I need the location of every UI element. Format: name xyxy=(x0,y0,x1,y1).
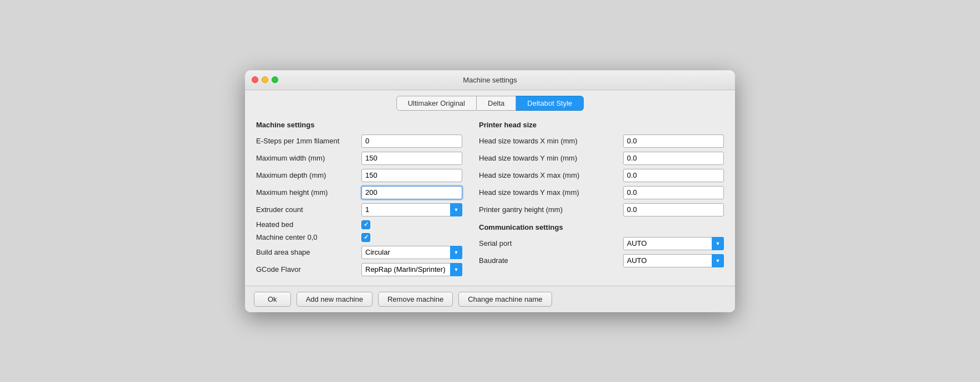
head-x-min-label: Head size towards X min (mm) xyxy=(479,137,623,145)
head-y-min-row: Head size towards Y min (mm) xyxy=(479,152,724,165)
build-area-shape-row: Build area shape Circular Square Rectang… xyxy=(256,246,462,259)
gcode-flavor-row: GCode Flavor RepRap (Marlin/Sprinter) Ul… xyxy=(256,263,462,276)
minimize-button[interactable] xyxy=(262,76,268,83)
traffic-lights xyxy=(252,76,278,83)
max-width-label: Maximum width (mm) xyxy=(256,154,361,162)
tab-ultimaker-original[interactable]: Ultimaker Original xyxy=(396,96,477,111)
extruder-count-row: Extruder count 1 2 3 4 xyxy=(256,203,462,216)
head-x-max-row: Head size towards X max (mm) xyxy=(479,169,724,182)
tabs-bar: Ultimaker Original Delta Deltabot Style xyxy=(245,90,735,115)
heated-bed-checkbox-wrapper xyxy=(361,220,370,229)
maximize-button[interactable] xyxy=(272,76,278,83)
extruder-count-select-wrapper: 1 2 3 4 xyxy=(361,203,462,216)
tab-delta[interactable]: Delta xyxy=(477,96,516,111)
max-height-label: Maximum height (mm) xyxy=(256,188,361,197)
baudrate-label: Baudrate xyxy=(479,256,623,265)
max-width-row: Maximum width (mm) xyxy=(256,152,462,165)
head-y-max-row: Head size towards Y max (mm) xyxy=(479,186,724,199)
heated-bed-row: Heated bed xyxy=(256,220,462,229)
heated-bed-checkbox[interactable] xyxy=(361,220,370,229)
titlebar: Machine settings xyxy=(245,70,735,90)
ok-button[interactable]: Ok xyxy=(254,292,291,307)
esteps-input[interactable] xyxy=(361,135,462,148)
left-panel: Machine settings E-Steps per 1mm filamen… xyxy=(256,121,462,280)
close-button[interactable] xyxy=(252,76,258,83)
change-machine-name-button[interactable]: Change machine name xyxy=(458,292,552,307)
max-height-input[interactable] xyxy=(361,186,462,199)
head-y-max-label: Head size towards Y max (mm) xyxy=(479,188,623,197)
heated-bed-label: Heated bed xyxy=(256,220,361,229)
right-panel: Printer head size Head size towards X mi… xyxy=(479,121,724,280)
machine-center-row: Machine center 0,0 xyxy=(256,233,462,242)
main-content: Machine settings E-Steps per 1mm filamen… xyxy=(245,115,735,286)
serial-port-select-wrapper: AUTO xyxy=(623,237,724,250)
head-x-min-row: Head size towards X min (mm) xyxy=(479,135,724,148)
head-y-min-label: Head size towards Y min (mm) xyxy=(479,154,623,162)
max-depth-label: Maximum depth (mm) xyxy=(256,171,361,179)
machine-center-checkbox[interactable] xyxy=(361,233,370,242)
machine-settings-title: Machine settings xyxy=(256,121,462,129)
serial-port-label: Serial port xyxy=(479,239,623,247)
gantry-height-label: Printer gantry height (mm) xyxy=(479,205,623,214)
head-x-min-input[interactable] xyxy=(623,135,724,148)
machine-center-checkbox-wrapper xyxy=(361,233,370,242)
footer: Ok Add new machine Remove machine Change… xyxy=(245,286,735,312)
baudrate-select-wrapper: AUTO 9600 19200 57600 115200 250000 xyxy=(623,254,724,267)
max-depth-row: Maximum depth (mm) xyxy=(256,169,462,182)
communication-title: Communication settings xyxy=(479,223,724,231)
serial-port-select[interactable]: AUTO xyxy=(623,237,724,250)
max-width-input[interactable] xyxy=(361,152,462,165)
baudrate-row: Baudrate AUTO 9600 19200 57600 115200 25… xyxy=(479,254,724,267)
head-x-max-label: Head size towards X max (mm) xyxy=(479,171,623,179)
build-area-shape-select-wrapper: Circular Square Rectangular xyxy=(361,246,462,259)
build-area-shape-select[interactable]: Circular Square Rectangular xyxy=(361,246,462,259)
head-y-min-input[interactable] xyxy=(623,152,724,165)
gcode-flavor-select[interactable]: RepRap (Marlin/Sprinter) Ultigcode Maker… xyxy=(361,263,462,276)
gcode-flavor-label: GCode Flavor xyxy=(256,265,361,273)
extruder-count-label: Extruder count xyxy=(256,205,361,214)
gantry-height-input[interactable] xyxy=(623,203,724,216)
printer-head-title: Printer head size xyxy=(479,121,724,129)
max-depth-input[interactable] xyxy=(361,169,462,182)
head-x-max-input[interactable] xyxy=(623,169,724,182)
add-new-machine-button[interactable]: Add new machine xyxy=(297,292,372,307)
tab-deltabot-style[interactable]: Deltabot Style xyxy=(516,96,584,111)
baudrate-select[interactable]: AUTO 9600 19200 57600 115200 250000 xyxy=(623,254,724,267)
head-y-max-input[interactable] xyxy=(623,186,724,199)
serial-port-row: Serial port AUTO xyxy=(479,237,724,250)
window-title: Machine settings xyxy=(463,76,517,84)
machine-center-label: Machine center 0,0 xyxy=(256,233,361,241)
max-height-row: Maximum height (mm) xyxy=(256,186,462,199)
machine-settings-window: Machine settings Ultimaker Original Delt… xyxy=(245,70,735,312)
build-area-shape-label: Build area shape xyxy=(256,248,361,256)
gantry-height-row: Printer gantry height (mm) xyxy=(479,203,724,216)
remove-machine-button[interactable]: Remove machine xyxy=(378,292,453,307)
gcode-flavor-select-wrapper: RepRap (Marlin/Sprinter) Ultigcode Maker… xyxy=(361,263,462,276)
esteps-row: E-Steps per 1mm filament xyxy=(256,135,462,148)
extruder-count-select[interactable]: 1 2 3 4 xyxy=(361,203,462,216)
esteps-label: E-Steps per 1mm filament xyxy=(256,137,361,145)
